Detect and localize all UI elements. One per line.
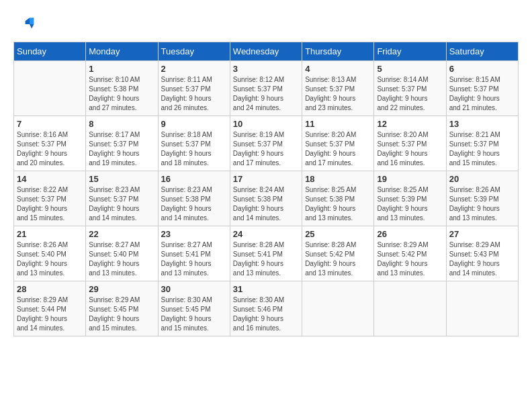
day-info: Sunrise: 8:10 AM Sunset: 5:38 PM Dayligh…	[89, 75, 154, 113]
day-info: Sunrise: 8:29 AM Sunset: 5:42 PM Dayligh…	[377, 240, 443, 278]
day-number: 10	[233, 119, 299, 129]
logo-icon	[13, 13, 35, 35]
day-number: 29	[89, 284, 154, 294]
day-number: 22	[89, 229, 154, 239]
day-number: 12	[377, 119, 443, 129]
weekday-header: Sunday	[14, 42, 86, 61]
calendar-cell: 9Sunrise: 8:18 AM Sunset: 5:37 PM Daylig…	[158, 116, 230, 171]
day-info: Sunrise: 8:23 AM Sunset: 5:38 PM Dayligh…	[161, 185, 227, 223]
calendar-cell: 15Sunrise: 8:23 AM Sunset: 5:37 PM Dayli…	[86, 171, 158, 226]
day-info: Sunrise: 8:20 AM Sunset: 5:37 PM Dayligh…	[305, 130, 371, 168]
page-header	[13, 13, 519, 35]
calendar-cell: 16Sunrise: 8:23 AM Sunset: 5:38 PM Dayli…	[158, 171, 230, 226]
day-info: Sunrise: 8:30 AM Sunset: 5:46 PM Dayligh…	[233, 295, 299, 333]
day-number: 27	[449, 229, 515, 239]
day-number: 14	[17, 174, 83, 184]
calendar-cell: 12Sunrise: 8:20 AM Sunset: 5:37 PM Dayli…	[374, 116, 446, 171]
day-number: 28	[17, 284, 83, 294]
calendar-week-row: 7Sunrise: 8:16 AM Sunset: 5:37 PM Daylig…	[14, 116, 519, 171]
svg-marker-0	[30, 17, 34, 24]
weekday-header: Tuesday	[158, 42, 230, 61]
day-number: 19	[377, 174, 443, 184]
day-number: 23	[161, 229, 227, 239]
day-info: Sunrise: 8:14 AM Sunset: 5:37 PM Dayligh…	[377, 75, 443, 113]
calendar-cell: 8Sunrise: 8:17 AM Sunset: 5:37 PM Daylig…	[86, 116, 158, 171]
day-info: Sunrise: 8:27 AM Sunset: 5:40 PM Dayligh…	[89, 240, 154, 278]
day-info: Sunrise: 8:28 AM Sunset: 5:41 PM Dayligh…	[233, 240, 299, 278]
calendar-cell	[302, 281, 374, 336]
calendar-week-row: 14Sunrise: 8:22 AM Sunset: 5:37 PM Dayli…	[14, 171, 519, 226]
calendar-cell: 1Sunrise: 8:10 AM Sunset: 5:38 PM Daylig…	[86, 61, 158, 116]
day-info: Sunrise: 8:29 AM Sunset: 5:44 PM Dayligh…	[17, 295, 83, 333]
day-number: 5	[377, 64, 443, 74]
calendar-cell: 3Sunrise: 8:12 AM Sunset: 5:37 PM Daylig…	[230, 61, 302, 116]
calendar-cell: 13Sunrise: 8:21 AM Sunset: 5:37 PM Dayli…	[446, 116, 518, 171]
weekday-header-row: SundayMondayTuesdayWednesdayThursdayFrid…	[14, 42, 519, 61]
calendar-week-row: 1Sunrise: 8:10 AM Sunset: 5:38 PM Daylig…	[14, 61, 519, 116]
calendar-cell: 6Sunrise: 8:15 AM Sunset: 5:37 PM Daylig…	[446, 61, 518, 116]
svg-marker-2	[30, 24, 34, 28]
day-info: Sunrise: 8:16 AM Sunset: 5:37 PM Dayligh…	[17, 130, 83, 168]
calendar-cell	[374, 281, 446, 336]
calendar-cell: 28Sunrise: 8:29 AM Sunset: 5:44 PM Dayli…	[14, 281, 86, 336]
calendar-cell: 14Sunrise: 8:22 AM Sunset: 5:37 PM Dayli…	[14, 171, 86, 226]
day-number: 17	[233, 174, 299, 184]
calendar-cell: 2Sunrise: 8:11 AM Sunset: 5:37 PM Daylig…	[158, 61, 230, 116]
day-number: 30	[161, 284, 227, 294]
day-info: Sunrise: 8:30 AM Sunset: 5:45 PM Dayligh…	[161, 295, 227, 333]
calendar-cell: 10Sunrise: 8:19 AM Sunset: 5:37 PM Dayli…	[230, 116, 302, 171]
day-number: 13	[449, 119, 515, 129]
day-info: Sunrise: 8:22 AM Sunset: 5:37 PM Dayligh…	[17, 185, 83, 223]
calendar-cell: 21Sunrise: 8:26 AM Sunset: 5:40 PM Dayli…	[14, 226, 86, 281]
weekday-header: Thursday	[302, 42, 374, 61]
day-info: Sunrise: 8:29 AM Sunset: 5:43 PM Dayligh…	[449, 240, 515, 278]
day-number: 3	[233, 64, 299, 74]
day-info: Sunrise: 8:20 AM Sunset: 5:37 PM Dayligh…	[377, 130, 443, 168]
calendar-cell: 19Sunrise: 8:25 AM Sunset: 5:39 PM Dayli…	[374, 171, 446, 226]
day-info: Sunrise: 8:12 AM Sunset: 5:37 PM Dayligh…	[233, 75, 299, 113]
weekday-header: Wednesday	[230, 42, 302, 61]
day-info: Sunrise: 8:15 AM Sunset: 5:37 PM Dayligh…	[449, 75, 515, 113]
day-info: Sunrise: 8:26 AM Sunset: 5:39 PM Dayligh…	[449, 185, 515, 223]
calendar-cell	[446, 281, 518, 336]
day-info: Sunrise: 8:25 AM Sunset: 5:39 PM Dayligh…	[377, 185, 443, 223]
day-number: 16	[161, 174, 227, 184]
weekday-header: Saturday	[446, 42, 518, 61]
day-info: Sunrise: 8:28 AM Sunset: 5:42 PM Dayligh…	[305, 240, 371, 278]
day-info: Sunrise: 8:29 AM Sunset: 5:45 PM Dayligh…	[89, 295, 154, 333]
day-info: Sunrise: 8:18 AM Sunset: 5:37 PM Dayligh…	[161, 130, 227, 168]
day-number: 4	[305, 64, 371, 74]
day-number: 1	[89, 64, 154, 74]
day-info: Sunrise: 8:25 AM Sunset: 5:38 PM Dayligh…	[305, 185, 371, 223]
calendar-cell: 26Sunrise: 8:29 AM Sunset: 5:42 PM Dayli…	[374, 226, 446, 281]
calendar-cell	[14, 61, 86, 116]
day-info: Sunrise: 8:13 AM Sunset: 5:37 PM Dayligh…	[305, 75, 371, 113]
day-number: 21	[17, 229, 83, 239]
day-number: 8	[89, 119, 154, 129]
calendar-cell: 17Sunrise: 8:24 AM Sunset: 5:38 PM Dayli…	[230, 171, 302, 226]
calendar-week-row: 28Sunrise: 8:29 AM Sunset: 5:44 PM Dayli…	[14, 281, 519, 336]
day-number: 26	[377, 229, 443, 239]
calendar-cell: 7Sunrise: 8:16 AM Sunset: 5:37 PM Daylig…	[14, 116, 86, 171]
day-number: 6	[449, 64, 515, 74]
calendar-cell: 11Sunrise: 8:20 AM Sunset: 5:37 PM Dayli…	[302, 116, 374, 171]
svg-marker-1	[26, 17, 30, 24]
day-number: 7	[17, 119, 83, 129]
day-info: Sunrise: 8:23 AM Sunset: 5:37 PM Dayligh…	[89, 185, 154, 223]
day-info: Sunrise: 8:21 AM Sunset: 5:37 PM Dayligh…	[449, 130, 515, 168]
day-number: 2	[161, 64, 227, 74]
calendar-cell: 29Sunrise: 8:29 AM Sunset: 5:45 PM Dayli…	[86, 281, 158, 336]
day-info: Sunrise: 8:27 AM Sunset: 5:41 PM Dayligh…	[161, 240, 227, 278]
calendar-cell: 23Sunrise: 8:27 AM Sunset: 5:41 PM Dayli…	[158, 226, 230, 281]
calendar-cell: 5Sunrise: 8:14 AM Sunset: 5:37 PM Daylig…	[374, 61, 446, 116]
calendar-cell: 31Sunrise: 8:30 AM Sunset: 5:46 PM Dayli…	[230, 281, 302, 336]
day-info: Sunrise: 8:17 AM Sunset: 5:37 PM Dayligh…	[89, 130, 154, 168]
calendar-cell: 22Sunrise: 8:27 AM Sunset: 5:40 PM Dayli…	[86, 226, 158, 281]
weekday-header: Friday	[374, 42, 446, 61]
day-info: Sunrise: 8:26 AM Sunset: 5:40 PM Dayligh…	[17, 240, 83, 278]
day-number: 20	[449, 174, 515, 184]
calendar-cell: 27Sunrise: 8:29 AM Sunset: 5:43 PM Dayli…	[446, 226, 518, 281]
calendar-cell: 24Sunrise: 8:28 AM Sunset: 5:41 PM Dayli…	[230, 226, 302, 281]
day-number: 9	[161, 119, 227, 129]
day-info: Sunrise: 8:19 AM Sunset: 5:37 PM Dayligh…	[233, 130, 299, 168]
